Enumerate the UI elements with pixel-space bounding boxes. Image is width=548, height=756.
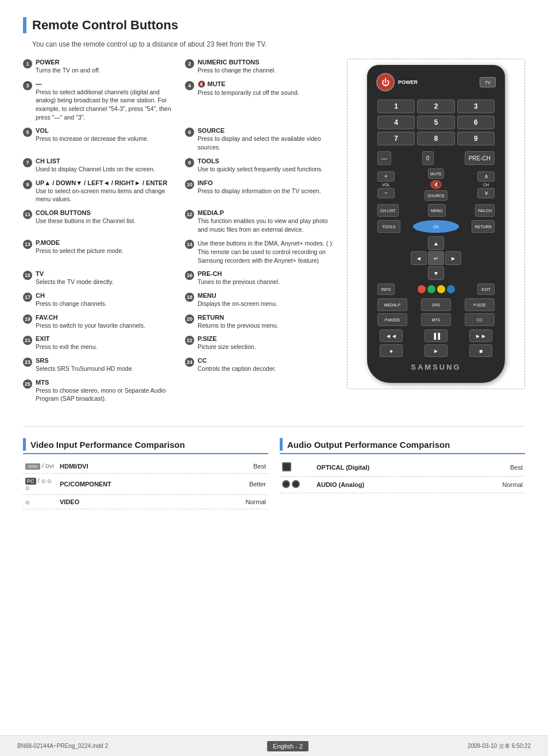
srs-button[interactable]: SRS bbox=[421, 298, 451, 311]
button-number: 10 bbox=[185, 180, 194, 189]
comp-name: PC/COMPONENT bbox=[57, 474, 203, 495]
section-header: Remote Control Buttons bbox=[23, 17, 525, 33]
media-p-button[interactable]: MEDIA.P bbox=[377, 298, 407, 311]
button-item: 17CHPress to change channels. bbox=[23, 292, 173, 308]
button-text: This function enables you to view and pl… bbox=[198, 217, 327, 233]
button-desc: TVSelects the TV mode directly. bbox=[36, 270, 173, 286]
fast-forward-button[interactable]: ►► bbox=[469, 329, 492, 342]
tools-button[interactable]: TOOLS bbox=[377, 220, 400, 233]
exit-button[interactable]: EXIT bbox=[477, 283, 495, 295]
rewind-button[interactable]: ◄◄ bbox=[380, 329, 403, 342]
color-blue-button[interactable] bbox=[447, 285, 455, 293]
table-row: HDMI / DVIHDMI/DVIBest bbox=[23, 459, 268, 474]
dpad-up[interactable]: ▲ bbox=[428, 236, 444, 250]
mute-button[interactable]: MUTE bbox=[428, 168, 444, 179]
num-button-4[interactable]: 4 bbox=[377, 116, 415, 129]
button-item: 11COLOR BUTTONSUse these buttons in the … bbox=[23, 209, 173, 233]
zero-button[interactable]: 0 bbox=[422, 151, 434, 165]
page-title: Remote Control Buttons bbox=[32, 18, 178, 33]
favch-button[interactable]: FAV.CH bbox=[475, 204, 495, 217]
power-button[interactable]: ⏻ bbox=[376, 73, 395, 91]
audio-icon-1 bbox=[282, 480, 290, 488]
page-subtitle: You can use the remote control up to a d… bbox=[32, 40, 525, 48]
button-name: P.MODE bbox=[36, 239, 173, 246]
button-name: EXIT bbox=[36, 335, 173, 342]
tv-button[interactable]: TV bbox=[480, 77, 496, 87]
source-button[interactable]: SOURCE bbox=[424, 190, 447, 201]
video-comparison-table: HDMI / DVIHDMI/DVIBestPC / ⊙ ⊙ ⊙PC/COMPO… bbox=[23, 459, 268, 509]
num-button-2[interactable]: 2 bbox=[417, 99, 454, 113]
audio-comparison-header: Audio Output Performance Comparison bbox=[280, 438, 525, 454]
button-item: 2NUMERIC BUTTONSPress to change the chan… bbox=[185, 59, 335, 75]
p-mode-button[interactable]: P.MODE bbox=[377, 313, 407, 326]
color-yellow-button[interactable] bbox=[437, 285, 445, 293]
transport-row1: ◄◄ ▐▐ ►► bbox=[373, 329, 499, 342]
button-name: CC bbox=[198, 357, 335, 364]
num-button-1[interactable]: 1 bbox=[377, 99, 415, 113]
button-desc: COLOR BUTTONSUse these buttons in the Ch… bbox=[36, 209, 173, 225]
p-size-button[interactable]: P.SIZE bbox=[465, 298, 495, 311]
button-desc: CHPress to change channels. bbox=[36, 292, 173, 308]
ch-up-button[interactable]: ∧ bbox=[477, 171, 495, 182]
button-item: 21EXITPress to exit the menu. bbox=[23, 335, 173, 351]
button-text: Tunes to the previous channel. bbox=[198, 278, 280, 285]
button-desc: MENUDisplays the on-screen menu. bbox=[198, 292, 335, 308]
button-item: 23SRSSelects SRS TruSurround HD mode. bbox=[23, 357, 173, 373]
color-red-button[interactable] bbox=[418, 285, 426, 293]
vol-up-button[interactable]: + bbox=[377, 171, 395, 182]
button-desc: UP▲ / DOWN▼ / LEFT◄ / RIGHT► / ENTERUse … bbox=[36, 179, 173, 204]
num-button-3[interactable]: 3 bbox=[457, 99, 495, 113]
dpad-enter[interactable]: ↵ bbox=[428, 251, 444, 265]
button-item: 13P.MODEPress to select the picture mode… bbox=[23, 239, 173, 264]
num-button-9[interactable]: 9 bbox=[457, 132, 495, 145]
vol-down-button[interactable]: − bbox=[377, 188, 395, 198]
cc-button[interactable]: CC bbox=[465, 313, 495, 326]
button-text: Press to switch to your favorite channel… bbox=[36, 322, 145, 329]
dpad-left[interactable]: ◄ bbox=[411, 251, 427, 265]
ch-list-button[interactable]: CH LIST bbox=[377, 204, 399, 217]
comp-quality: Best bbox=[203, 459, 268, 474]
button-number: 5 bbox=[23, 128, 32, 137]
dpad-empty-tr bbox=[445, 236, 461, 250]
video-comparison-header: Video Input Performance Comparison bbox=[23, 438, 268, 454]
button-number: 1 bbox=[23, 59, 32, 68]
dash-button[interactable]: — bbox=[377, 151, 391, 165]
dpad-down[interactable]: ▼ bbox=[428, 266, 444, 280]
comp-name: OPTICAL (Digital) bbox=[314, 459, 461, 477]
stop-button[interactable]: ■ bbox=[469, 344, 492, 357]
dpad-section: ▲ ◄ ↵ ► ▼ bbox=[373, 236, 499, 280]
table-row: OPTICAL (Digital)Best bbox=[280, 459, 525, 477]
mts-button[interactable]: MTS bbox=[421, 313, 451, 326]
footer-right: 2009-03-10 오후 6:50:22 bbox=[468, 742, 531, 750]
record-button[interactable]: ● bbox=[380, 344, 403, 357]
prech-button[interactable]: PRE-CH bbox=[465, 151, 495, 165]
button-desc: POWERTurns the TV on and off. bbox=[36, 59, 173, 75]
num-button-7[interactable]: 7 bbox=[377, 132, 415, 145]
button-item: 15TVSelects the TV mode directly. bbox=[23, 270, 173, 286]
ok-button[interactable]: OK bbox=[413, 220, 459, 233]
optical-icon bbox=[282, 462, 291, 471]
button-name: TOOLS bbox=[198, 158, 335, 164]
button-item: 25MTSPress to choose stereo, mono or Sep… bbox=[23, 379, 173, 403]
media-row: MEDIA.P SRS P.SIZE bbox=[373, 298, 499, 311]
button-number: 20 bbox=[185, 314, 194, 324]
button-name: P.SIZE bbox=[198, 335, 335, 342]
ch-down-button[interactable]: ∨ bbox=[477, 188, 495, 198]
return-button[interactable]: RETURN bbox=[472, 220, 495, 233]
dpad-right[interactable]: ► bbox=[445, 251, 461, 265]
button-text: Press to exit the menu. bbox=[36, 343, 97, 350]
button-desc: PRE-CHTunes to the previous channel. bbox=[198, 270, 335, 286]
button-number: 22 bbox=[185, 336, 194, 345]
num-button-5[interactable]: 5 bbox=[417, 116, 454, 129]
menu-button[interactable]: MENU bbox=[428, 204, 446, 217]
button-text: Used to display Channel Lists on the scr… bbox=[36, 166, 155, 172]
button-text: Press to change the channel. bbox=[198, 67, 276, 74]
info-button[interactable]: INFO bbox=[377, 283, 395, 295]
comp-quality: Normal bbox=[461, 477, 525, 493]
num-button-8[interactable]: 8 bbox=[417, 132, 454, 145]
button-text: Use these buttons in the DMA, Anynet+ mo… bbox=[198, 240, 334, 263]
color-green-button[interactable] bbox=[427, 285, 435, 293]
play-button[interactable]: ► bbox=[424, 344, 447, 357]
pause-button[interactable]: ▐▐ bbox=[424, 329, 447, 342]
num-button-6[interactable]: 6 bbox=[457, 116, 495, 129]
